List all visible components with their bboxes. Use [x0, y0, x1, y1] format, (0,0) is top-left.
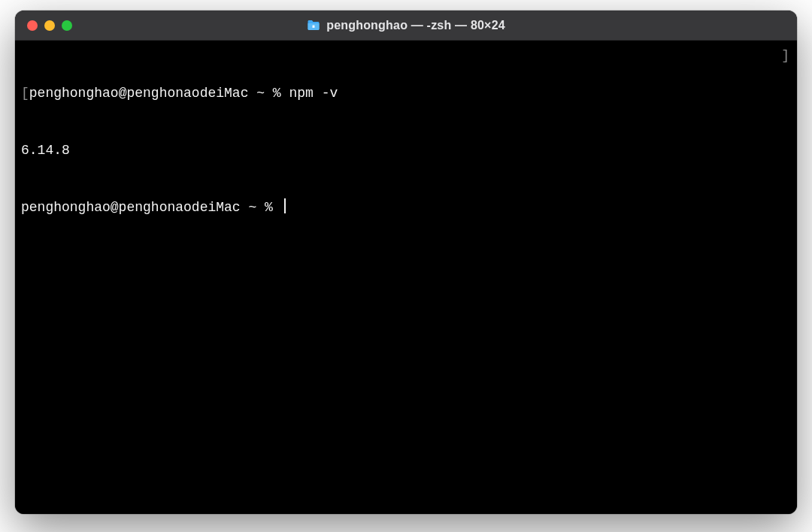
prompt-bracket-open: [	[21, 86, 29, 101]
maximize-button[interactable]	[62, 20, 72, 31]
titlebar: penghonghao — -zsh — 80×24	[15, 11, 797, 41]
folder-icon	[307, 20, 320, 31]
prompt-bracket-close: ]	[781, 47, 789, 65]
command-text: npm -v	[289, 86, 338, 101]
terminal-line: penghonghao@penghonaodeiMac ~ %	[21, 198, 791, 217]
title-content: penghonghao — -zsh — 80×24	[15, 19, 797, 32]
cursor	[284, 198, 286, 213]
output-text: 6.14.8	[21, 143, 70, 158]
terminal-body[interactable]: [penghonghao@penghonaodeiMac ~ % npm -v]…	[15, 41, 797, 514]
terminal-line: [penghonghao@penghonaodeiMac ~ % npm -v]	[21, 84, 791, 103]
close-button[interactable]	[27, 20, 38, 31]
minimize-button[interactable]	[44, 20, 55, 31]
traffic-lights	[15, 20, 72, 31]
svg-rect-0	[313, 26, 315, 29]
window-title: penghonghao — -zsh — 80×24	[326, 19, 505, 32]
terminal-line: 6.14.8	[21, 141, 791, 160]
prompt: penghonghao@penghonaodeiMac ~ %	[29, 86, 289, 101]
terminal-window: penghonghao — -zsh — 80×24 [penghonghao@…	[15, 11, 797, 514]
prompt: penghonghao@penghonaodeiMac ~ %	[21, 200, 281, 215]
